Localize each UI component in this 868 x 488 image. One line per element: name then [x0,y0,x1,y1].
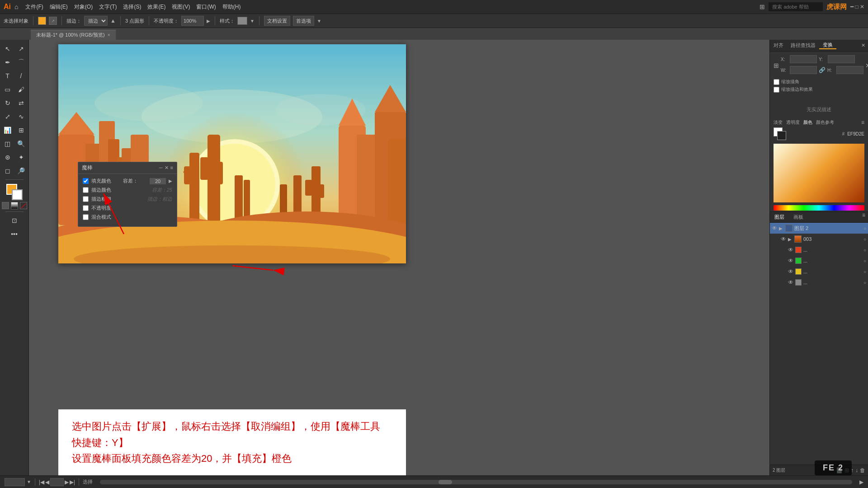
page-prev[interactable]: ◀ [45,479,49,485]
layer-item-003[interactable]: 👁 ▶ 003 ○ [770,234,868,244]
layer-expand-2[interactable]: ▶ [779,226,783,231]
panel-tab-align[interactable]: 对齐 [770,42,787,49]
hue-bar[interactable] [774,205,864,211]
preferences-button[interactable]: 首选项 [293,16,314,26]
selection-tool[interactable]: ↖ [1,42,14,55]
menu-view[interactable]: 视图(V) [169,2,193,12]
scroll-right-arrow[interactable]: ▶ [859,479,863,485]
layer-target-red[interactable]: ○ [863,248,866,253]
w-input[interactable] [790,66,817,74]
opacity-checkbox[interactable] [83,205,89,211]
menu-window[interactable]: 窗口(W) [193,2,218,12]
h-input[interactable] [836,66,863,74]
background-color[interactable] [12,189,23,200]
brush-select[interactable]: 描边 [84,16,108,26]
symbol-sprayer[interactable]: ✦ [15,151,28,164]
color-panel-menu[interactable]: ≡ [861,119,864,126]
type-tool[interactable]: T [1,70,14,82]
layer-visibility-gray[interactable]: 👁 [788,279,793,286]
eyedropper-tool[interactable]: 🔍 [15,137,28,150]
constrain-checkbox[interactable] [774,79,779,85]
stroke-width-checkbox[interactable] [83,196,89,202]
blend-mode-checkbox[interactable] [83,214,89,220]
layers-tab-artboards[interactable]: 画板 [789,212,808,222]
home-icon[interactable]: ⌂ [14,3,18,10]
layer-item-gray[interactable]: 👁 ... ○ [770,277,868,288]
x-input[interactable] [790,55,817,63]
layer-item-layer2[interactable]: 👁 ▶ 图层 2 ○ [770,223,868,234]
page-first[interactable]: |◀ [39,479,44,485]
doc-settings-button[interactable]: 文档设置 [264,16,290,26]
panel-minimize[interactable]: ─ [159,165,163,171]
line-tool[interactable]: / [15,70,28,82]
fill-color-swatch[interactable] [38,17,46,25]
eraser-tool[interactable]: ◻ [1,164,14,177]
menu-effect[interactable]: 效果(E) [145,2,168,12]
opacity-input[interactable] [181,16,204,26]
rect-tool[interactable]: ▭ [1,83,14,96]
search-input[interactable] [769,2,823,11]
layer-target-yellow[interactable]: ○ [863,269,866,274]
layer-target-green[interactable]: ○ [863,258,866,263]
horizontal-scrollbar[interactable] [100,480,852,484]
scale-tool[interactable]: ⤢ [1,110,14,123]
layer-visibility-2[interactable]: 👁 [772,225,777,231]
curvature-tool[interactable]: ⌒ [15,56,28,69]
rotate-tool[interactable]: ↻ [1,97,14,109]
document-tab[interactable]: 未标题-1* @ 100% (RGB/预览) × [31,30,116,40]
panel-tab-transform[interactable]: 变换 [819,42,836,49]
zoom-tool[interactable]: 🔎 [15,164,28,177]
paintbrush-tool[interactable]: 🖌 [15,83,28,96]
layer-target-003[interactable]: ○ [863,237,866,242]
warp-tool[interactable]: ∿ [15,110,28,123]
layer-down-icon[interactable]: ↓ [855,467,858,474]
menu-object[interactable]: 对象(O) [71,2,95,12]
tolerance-arrow[interactable]: ▶ [169,178,172,183]
layer-target-2[interactable]: ○ [863,226,866,231]
gradient-tool[interactable]: ◫ [1,137,14,150]
panel-close-icon[interactable]: ✕ [859,42,868,48]
tab-close-button[interactable]: × [108,33,110,38]
column-graph-tool[interactable]: 📊 [1,124,14,136]
menu-help[interactable]: 帮助(H) [220,2,244,12]
layer-item-green[interactable]: 👁 ... ○ [770,255,868,266]
menu-text[interactable]: 文字(T) [96,2,119,12]
layer-expand-003[interactable]: ▶ [788,237,793,242]
page-next[interactable]: ▶ [65,479,69,485]
layer-target-gray[interactable]: ○ [863,280,866,285]
blend-tool[interactable]: ⊛ [1,151,14,164]
transform-menu-icon[interactable]: ✕ [865,62,868,69]
layer-item-yellow[interactable]: 👁 ... ○ [770,266,868,277]
page-last[interactable]: ▶| [70,479,75,485]
artboard-tool[interactable]: ⊡ [8,214,21,227]
panel-tab-pathfinder[interactable]: 路径查找器 [787,42,819,49]
menu-file[interactable]: 文件(F) [23,2,46,12]
black-swatch[interactable] [777,131,786,140]
zoom-arrow[interactable]: ▼ [27,479,31,484]
layer-delete-icon[interactable]: 🗑 [860,467,865,474]
reflect-tool[interactable]: ⇄ [15,97,28,109]
scroll-thumb[interactable] [439,480,452,484]
layers-tab-layers[interactable]: 图层 [770,212,789,222]
pen-tool[interactable]: ✒ [1,56,14,69]
layer-visibility-003[interactable]: 👁 [781,236,786,242]
panel-close[interactable]: ✕ [165,165,169,171]
panel-menu[interactable]: ≡ [170,165,173,171]
more-tools[interactable]: ••• [8,228,21,240]
menu-select[interactable]: 选择(S) [120,2,144,12]
mesh-tool[interactable]: ⊞ [15,124,28,136]
scale-strokes-checkbox[interactable] [774,87,779,93]
direct-select-tool[interactable]: ↗ [15,42,28,55]
layer-visibility-green[interactable]: 👁 [788,258,793,264]
layer-visibility-yellow[interactable]: 👁 [788,268,793,275]
layer-item-red[interactable]: 👁 ... ○ [770,244,868,255]
stroke-color-checkbox[interactable] [83,187,89,193]
fill-color-checkbox[interactable] [83,178,89,184]
page-input[interactable]: 1 [50,478,64,486]
color-picker-area[interactable] [774,144,864,202]
menu-edit[interactable]: 编辑(E) [47,2,71,12]
y-input[interactable] [828,55,855,63]
layer-visibility-red[interactable]: 👁 [788,247,793,253]
layers-panel-menu[interactable]: ≡ [859,212,868,222]
zoom-input[interactable]: 100% [5,478,25,486]
